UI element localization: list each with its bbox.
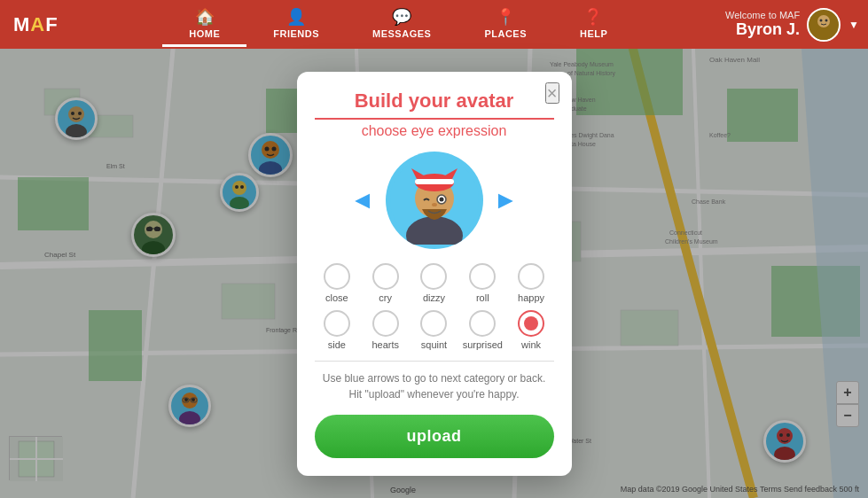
welcome-text-block: Welcome to MAF Byron J. [725,10,800,39]
welcome-label: Welcome to MAF [725,10,800,20]
modal-title: Build your avatar [315,89,554,113]
expression-item-hearts[interactable]: hearts [363,310,408,350]
expression-label-dizzy: dizzy [423,292,445,303]
svg-point-78 [439,197,443,201]
expression-radio-dizzy[interactable] [420,263,447,290]
expression-radio-wink[interactable] [518,310,544,337]
expression-radio-squint[interactable] [420,310,447,337]
expression-radio-happy[interactable] [518,263,544,290]
nav-item-messages[interactable]: 💬 MESSAGES [346,2,457,47]
user-name: Byron J. [725,20,800,39]
expression-label-hearts: hearts [371,339,399,350]
places-icon: 📍 [496,7,516,27]
avatar-display-area: ◄ [315,152,554,249]
svg-point-36 [817,15,830,27]
user-info: Welcome to MAF Byron J. ▼ [725,8,868,42]
expressions-divider [315,361,554,362]
modal-title-divider [315,118,554,120]
user-dropdown-arrow[interactable]: ▼ [848,19,859,31]
expression-label-surprised: surprised [463,339,503,350]
nav-item-friends[interactable]: 👤 FRIENDS [246,2,346,47]
modal-overlay: × Build your avatar choose eye expressio… [0,49,868,498]
help-icon: ❓ [583,7,604,27]
expression-label-side: side [328,339,346,350]
expression-radio-cry[interactable] [372,263,399,290]
navbar: MAF 🏠 HOME 👤 FRIENDS 💬 MESSAGES 📍 PLACES… [0,0,868,49]
app-logo: MAF [0,6,72,43]
avatar-next-button[interactable]: ► [483,188,529,213]
expression-item-happy[interactable]: happy [509,263,554,303]
expression-item-surprised[interactable]: surprised [460,310,505,350]
messages-icon: 💬 [392,7,412,27]
svg-point-80 [432,203,437,206]
modal-close-button[interactable]: × [545,82,559,104]
expression-item-roll[interactable]: roll [460,263,505,303]
expression-radio-hearts[interactable] [372,310,399,337]
expression-radio-surprised[interactable] [469,310,496,337]
avatar-preview [386,152,483,249]
expression-radio-close[interactable] [324,263,350,290]
expression-radio-roll[interactable] [469,263,496,290]
expressions-grid: closecrydizzyrollhappysideheartssquintsu… [315,263,554,350]
expression-label-happy: happy [518,292,544,303]
svg-point-37 [815,27,833,40]
user-avatar-nav[interactable] [807,8,841,42]
avatar-builder-modal: × Build your avatar choose eye expressio… [297,72,572,476]
expression-label-squint: squint [421,339,447,350]
svg-point-38 [820,19,823,21]
nav-item-home[interactable]: 🏠 HOME [162,2,246,47]
svg-rect-76 [415,179,454,184]
expression-label-close: close [325,292,348,303]
modal-hint: Use blue arrows to go to next category o… [315,370,554,402]
expression-radio-side[interactable] [324,310,350,337]
avatar-prev-button[interactable]: ◄ [340,188,386,213]
friends-icon: 👤 [286,7,307,27]
expression-label-cry: cry [379,292,392,303]
expression-item-dizzy[interactable]: dizzy [411,263,457,303]
expression-label-roll: roll [476,292,489,303]
expression-item-side[interactable]: side [315,310,360,350]
logo-text: MAF [13,13,59,36]
nav-item-places[interactable]: 📍 PLACES [457,2,553,47]
modal-subtitle: choose eye expression [315,123,554,139]
expression-item-close[interactable]: close [315,263,360,303]
home-icon: 🏠 [195,7,215,27]
svg-point-39 [825,19,828,21]
nav-item-help[interactable]: ❓ HELP [553,2,634,47]
expression-item-wink[interactable]: wink [509,310,554,350]
expression-item-squint[interactable]: squint [411,310,457,350]
upload-button[interactable]: upload [315,415,554,458]
expression-item-cry[interactable]: cry [363,263,408,303]
expression-label-wink: wink [521,339,541,350]
nav-items: 🏠 HOME 👤 FRIENDS 💬 MESSAGES 📍 PLACES ❓ H… [72,2,725,47]
